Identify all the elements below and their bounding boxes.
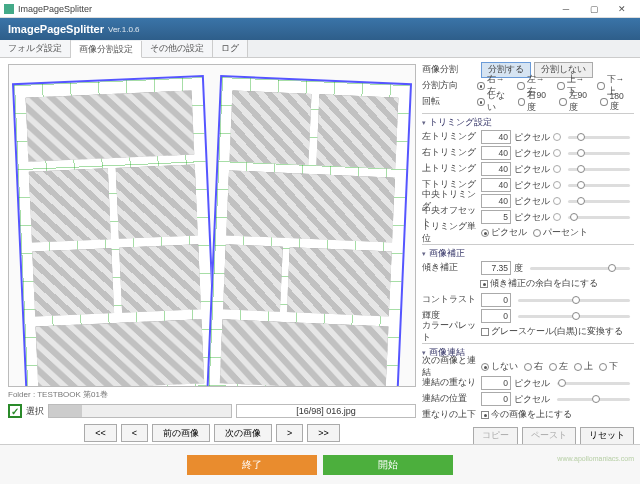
- file-counter: [16/98] 016.jpg: [236, 404, 416, 418]
- contrast-slider[interactable]: [518, 299, 630, 302]
- pos-slider[interactable]: [557, 398, 630, 401]
- palette-check[interactable]: グレースケール(白黒)に変換する: [481, 326, 623, 338]
- trim-reset-icon[interactable]: [553, 213, 561, 221]
- maximize-button[interactable]: ▢: [580, 0, 608, 17]
- tilt-label: 傾き補正: [422, 262, 478, 274]
- trim-row-unit: ピクセル: [514, 131, 550, 144]
- trim-slider[interactable]: [568, 152, 630, 155]
- overlap-label: 連結の重なり: [422, 377, 478, 389]
- preview-canvas[interactable]: [8, 64, 416, 387]
- trim-row-value[interactable]: 40: [481, 178, 511, 192]
- trim-slider[interactable]: [568, 200, 630, 203]
- rot-none[interactable]: しない: [477, 90, 512, 114]
- bright-value[interactable]: 0: [481, 309, 511, 323]
- trim-reset-icon[interactable]: [553, 181, 561, 189]
- app-icon: [4, 4, 14, 14]
- concat-r[interactable]: 右: [524, 361, 543, 373]
- nav-prev[interactable]: <: [121, 424, 148, 442]
- unit-px[interactable]: ピクセル: [481, 227, 527, 239]
- tab-other[interactable]: その他の設定: [142, 40, 213, 57]
- trim-row-label: 左トリミング: [422, 131, 478, 143]
- trim-reset-icon[interactable]: [553, 165, 561, 173]
- trim-row-value[interactable]: 40: [481, 162, 511, 176]
- tilt-value[interactable]: 7.35: [481, 261, 511, 275]
- concat-u[interactable]: 上: [574, 361, 593, 373]
- updown-label: 重なりの上下: [422, 409, 478, 421]
- concat-l[interactable]: 左: [549, 361, 568, 373]
- split-label: 画像分割: [422, 64, 478, 76]
- select-checkbox[interactable]: [8, 404, 22, 418]
- file-progress[interactable]: [48, 404, 232, 418]
- page-right[interactable]: [206, 75, 412, 387]
- nav-next[interactable]: >: [276, 424, 303, 442]
- trim-row-value[interactable]: 40: [481, 146, 511, 160]
- trim-reset-icon[interactable]: [553, 197, 561, 205]
- close-app-button[interactable]: 終了: [187, 455, 317, 475]
- rot-180[interactable]: 180度: [600, 91, 631, 113]
- tilt-white-check[interactable]: 傾き補正の余白を白にする: [480, 278, 598, 290]
- trim-row-unit: ピクセル: [514, 163, 550, 176]
- rot-l90[interactable]: 左90度: [559, 90, 594, 114]
- trim-row-value[interactable]: 5: [481, 210, 511, 224]
- tab-split[interactable]: 画像分割設定: [71, 41, 142, 58]
- tab-log[interactable]: ログ: [213, 40, 248, 57]
- section-trim[interactable]: トリミング設定: [422, 116, 634, 129]
- trim-row-value[interactable]: 40: [481, 194, 511, 208]
- trim-slider[interactable]: [568, 216, 630, 219]
- section-correct[interactable]: 画像補正: [422, 247, 634, 260]
- app-version: Ver.1.0.6: [108, 25, 140, 34]
- trim-unit-label: トリミング単位: [422, 221, 478, 245]
- close-button[interactable]: ✕: [608, 0, 636, 17]
- split-dir-label: 分割方向: [422, 80, 474, 92]
- overlap-unit: ピクセル: [514, 377, 550, 390]
- unit-pct[interactable]: パーセント: [533, 227, 588, 239]
- tilt-slider[interactable]: [530, 267, 630, 270]
- watermark: www.apollomaniacs.com: [557, 455, 634, 462]
- select-label: 選択: [26, 405, 44, 418]
- trim-row-unit: ピクセル: [514, 195, 550, 208]
- overlap-value[interactable]: 0: [481, 376, 511, 390]
- pos-label: 連結の位置: [422, 393, 478, 405]
- palette-label: カラーパレット: [422, 320, 478, 344]
- copy-button[interactable]: コピー: [473, 427, 518, 444]
- trim-reset-icon[interactable]: [553, 149, 561, 157]
- tilt-unit: 度: [514, 262, 523, 275]
- paste-button[interactable]: ペースト: [522, 427, 576, 444]
- updown-check[interactable]: 今の画像を上にする: [481, 409, 572, 421]
- app-name: ImagePageSplitter: [8, 23, 104, 35]
- nav-first[interactable]: <<: [84, 424, 117, 442]
- reset-button[interactable]: リセット: [580, 427, 634, 444]
- trim-row-label: 上トリミング: [422, 163, 478, 175]
- contrast-label: コントラスト: [422, 294, 478, 306]
- trim-row-unit: ピクセル: [514, 179, 550, 192]
- trim-row-value[interactable]: 40: [481, 130, 511, 144]
- trim-row-unit: ピクセル: [514, 147, 550, 160]
- minimize-button[interactable]: ─: [552, 0, 580, 17]
- trim-slider[interactable]: [568, 184, 630, 187]
- nav-last[interactable]: >>: [307, 424, 340, 442]
- nav-row: << < 前の画像 次の画像 > >>: [8, 424, 416, 442]
- bright-slider[interactable]: [518, 315, 630, 318]
- nav-next-image[interactable]: 次の画像: [214, 424, 272, 442]
- rot-r90[interactable]: 右90度: [518, 90, 553, 114]
- nav-prev-image[interactable]: 前の画像: [152, 424, 210, 442]
- rot-label: 回転: [422, 96, 474, 108]
- window-title: ImagePageSplitter: [18, 4, 552, 14]
- tab-folder[interactable]: フォルダ設定: [0, 40, 71, 57]
- trim-row-unit: ピクセル: [514, 211, 550, 224]
- app-header: ImagePageSplitter Ver.1.0.6: [0, 18, 640, 40]
- folder-path: Folder : TESTBOOK 第01巻: [8, 387, 416, 402]
- overlap-slider[interactable]: [557, 382, 630, 385]
- pos-value[interactable]: 0: [481, 392, 511, 406]
- trim-slider[interactable]: [568, 168, 630, 171]
- window-titlebar: ImagePageSplitter ─ ▢ ✕: [0, 0, 640, 18]
- start-button[interactable]: 開始: [323, 455, 453, 475]
- trim-slider[interactable]: [568, 136, 630, 139]
- pos-unit: ピクセル: [514, 393, 550, 406]
- trim-reset-icon[interactable]: [553, 133, 561, 141]
- bottom-bar: 終了 開始: [0, 444, 640, 484]
- page-left[interactable]: [12, 75, 218, 387]
- concat-none[interactable]: しない: [481, 361, 518, 373]
- contrast-value[interactable]: 0: [481, 293, 511, 307]
- concat-d[interactable]: 下: [599, 361, 618, 373]
